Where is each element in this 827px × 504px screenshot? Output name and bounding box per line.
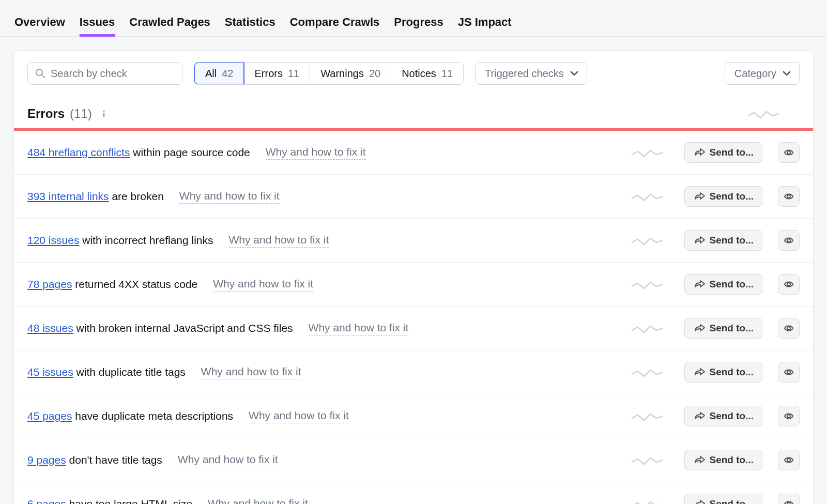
tab-compare-crawls[interactable]: Compare Crawls xyxy=(290,12,380,36)
issue-link[interactable]: 120 issues xyxy=(27,234,79,246)
tab-crawled-pages[interactable]: Crawled Pages xyxy=(129,12,210,36)
send-to-button[interactable]: Send to... xyxy=(684,494,763,504)
search-input[interactable] xyxy=(51,68,175,80)
tab-issues[interactable]: Issues xyxy=(80,12,115,36)
why-how-link[interactable]: Why and how to fix it xyxy=(249,409,349,423)
issue-text: 120 issues with incorrect hreflang links xyxy=(27,234,213,247)
view-button[interactable] xyxy=(778,362,800,383)
button-label: Send to... xyxy=(710,279,754,290)
issue-text: 78 pages returned 4XX status code xyxy=(27,278,197,291)
why-how-link[interactable]: Why and how to fix it xyxy=(229,234,329,248)
tab-overview[interactable]: Overview xyxy=(14,12,65,36)
issue-link[interactable]: 393 internal links xyxy=(27,190,109,202)
issue-rest: have too large HTML size xyxy=(66,498,192,504)
issue-row: 393 internal links are broken Why and ho… xyxy=(14,175,813,219)
issue-link[interactable]: 48 issues xyxy=(27,322,73,334)
row-sparkline xyxy=(632,323,665,333)
segment-errors[interactable]: Errors 11 xyxy=(244,63,310,84)
send-to-button[interactable]: Send to... xyxy=(684,142,763,163)
view-button[interactable] xyxy=(778,494,800,504)
share-arrow-icon xyxy=(693,280,706,289)
view-button[interactable] xyxy=(778,186,800,207)
segment-label: All xyxy=(205,68,217,80)
issue-rest: returned 4XX status code xyxy=(72,278,197,290)
issue-row: 45 pages have duplicate meta description… xyxy=(14,394,813,438)
send-to-button[interactable]: Send to... xyxy=(684,450,763,470)
segment-warnings[interactable]: Warnings 20 xyxy=(310,63,391,84)
eye-icon xyxy=(784,279,794,289)
issues-list: 484 hreflang conflicts within page sourc… xyxy=(14,131,813,504)
issue-rest: with broken internal JavaScript and CSS … xyxy=(73,322,293,334)
why-how-link[interactable]: Why and how to fix it xyxy=(201,365,301,379)
eye-icon xyxy=(784,499,794,504)
row-sparkline xyxy=(632,279,665,289)
button-label: Send to... xyxy=(710,366,754,378)
issue-row: 48 issues with broken internal JavaScrip… xyxy=(14,307,813,350)
eye-icon xyxy=(784,455,794,465)
why-how-link[interactable]: Why and how to fix it xyxy=(213,278,313,292)
issue-row: 45 issues with duplicate title tags Why … xyxy=(14,350,813,394)
issue-row: 6 pages have too large HTML size Why and… xyxy=(14,482,813,504)
dropdown-label: Triggered checks xyxy=(485,68,564,80)
share-arrow-icon xyxy=(693,499,706,504)
share-arrow-icon xyxy=(693,324,706,333)
why-how-link[interactable]: Why and how to fix it xyxy=(266,146,366,160)
view-button[interactable] xyxy=(778,450,800,470)
share-arrow-icon xyxy=(693,236,706,245)
issue-link[interactable]: 45 issues xyxy=(27,366,73,378)
issues-card: All 42 Errors 11 Warnings 20 Notices 11 … xyxy=(13,50,814,504)
send-to-button[interactable]: Send to... xyxy=(684,362,763,383)
button-label: Send to... xyxy=(710,454,754,466)
send-to-button[interactable]: Send to... xyxy=(684,318,763,339)
issue-link[interactable]: 6 pages xyxy=(27,498,66,504)
view-button[interactable] xyxy=(778,406,800,426)
filters-bar: All 42 Errors 11 Warnings 20 Notices 11 … xyxy=(14,51,813,94)
issue-link[interactable]: 78 pages xyxy=(27,278,72,290)
section-header: Errors (11) xyxy=(14,94,813,128)
button-label: Send to... xyxy=(710,235,754,246)
view-button[interactable] xyxy=(778,274,800,295)
issue-link[interactable]: 484 hreflang conflicts xyxy=(27,146,130,158)
issue-text: 45 issues with duplicate title tags xyxy=(27,366,186,378)
row-sparkline xyxy=(632,499,665,504)
segment-count: 11 xyxy=(441,68,453,80)
send-to-button[interactable]: Send to... xyxy=(684,230,763,251)
triggered-checks-dropdown[interactable]: Triggered checks xyxy=(475,62,587,85)
send-to-button[interactable]: Send to... xyxy=(684,406,763,426)
segment-all[interactable]: All 42 xyxy=(194,62,244,85)
tab-js-impact[interactable]: JS Impact xyxy=(458,12,512,36)
issue-row: 120 issues with incorrect hreflang links… xyxy=(14,219,813,263)
tab-progress[interactable]: Progress xyxy=(394,12,443,36)
issue-text: 393 internal links are broken xyxy=(27,190,164,203)
why-how-link[interactable]: Why and how to fix it xyxy=(208,497,308,505)
severity-segments: All 42 Errors 11 Warnings 20 Notices 11 xyxy=(194,62,464,85)
row-sparkline xyxy=(632,367,665,377)
segment-count: 20 xyxy=(369,68,380,80)
send-to-button[interactable]: Send to... xyxy=(684,274,763,295)
section-sparkline xyxy=(748,109,781,119)
issue-link[interactable]: 9 pages xyxy=(27,454,66,466)
button-label: Send to... xyxy=(710,410,754,422)
info-icon[interactable] xyxy=(99,109,109,118)
tab-statistics[interactable]: Statistics xyxy=(225,12,275,36)
eye-icon xyxy=(784,235,794,246)
issue-text: 6 pages have too large HTML size xyxy=(27,498,192,504)
issue-row: 78 pages returned 4XX status code Why an… xyxy=(14,263,813,307)
chevron-down-icon xyxy=(783,70,790,77)
search-input-wrap[interactable] xyxy=(27,62,182,85)
send-to-button[interactable]: Send to... xyxy=(684,186,763,207)
eye-icon xyxy=(784,191,794,202)
view-button[interactable] xyxy=(778,230,800,251)
segment-notices[interactable]: Notices 11 xyxy=(391,63,463,84)
top-tabs: Overview Issues Crawled Pages Statistics… xyxy=(0,0,827,37)
button-label: Send to... xyxy=(710,323,754,334)
why-how-link[interactable]: Why and how to fix it xyxy=(309,322,409,335)
view-button[interactable] xyxy=(778,142,800,163)
why-how-link[interactable]: Why and how to fix it xyxy=(178,453,278,467)
view-button[interactable] xyxy=(778,318,800,339)
issue-row: 9 pages don't have title tags Why and ho… xyxy=(14,438,813,482)
why-how-link[interactable]: Why and how to fix it xyxy=(179,190,280,204)
category-dropdown[interactable]: Category xyxy=(725,62,800,85)
issue-link[interactable]: 45 pages xyxy=(27,410,72,422)
share-arrow-icon xyxy=(693,148,706,157)
